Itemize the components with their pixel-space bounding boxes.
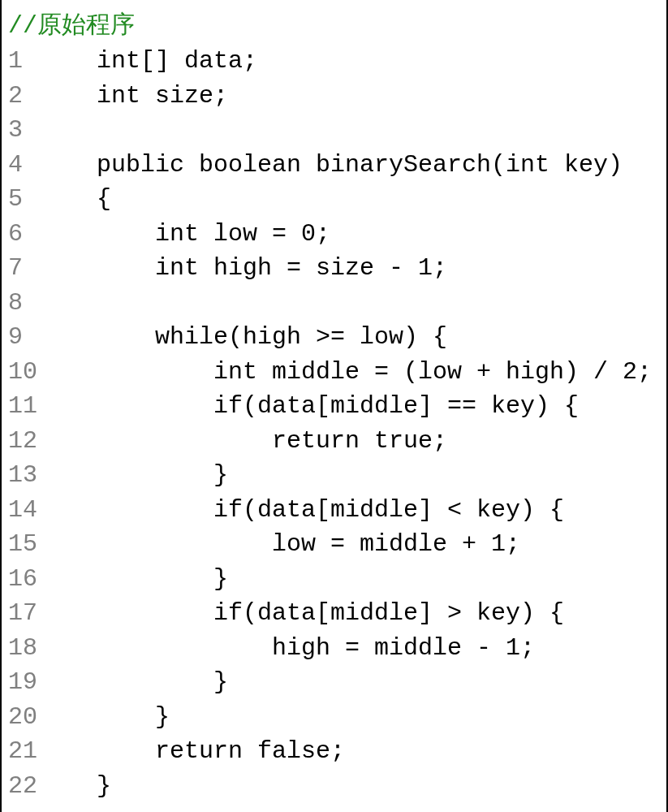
code-content: }	[53, 459, 228, 492]
code-content: low = middle + 1;	[53, 528, 520, 561]
code-line: 5 {	[8, 183, 660, 216]
line-number: 22	[8, 770, 53, 803]
code-content: if(data[middle] == key) {	[53, 390, 579, 423]
line-number: 8	[8, 287, 53, 320]
code-content: }	[53, 770, 111, 803]
code-line: 17 if(data[middle] > key) {	[8, 597, 660, 630]
code-content: int middle = (low + high) / 2;	[53, 356, 652, 389]
code-content: if(data[middle] < key) {	[53, 494, 564, 527]
line-number: 4	[8, 149, 53, 182]
line-number: 7	[8, 252, 53, 285]
code-content: }	[53, 701, 170, 734]
line-number: 12	[8, 425, 53, 458]
line-number: 1	[8, 45, 53, 78]
code-content: int[] data;	[53, 45, 257, 78]
line-number: 11	[8, 390, 53, 423]
code-content: {	[53, 183, 111, 216]
line-number: 21	[8, 735, 53, 768]
code-line: 15 low = middle + 1;	[8, 528, 660, 561]
line-number: 14	[8, 494, 53, 527]
code-content: int size;	[53, 80, 228, 113]
line-number: 3	[8, 114, 53, 147]
code-line: 21 return false;	[8, 735, 660, 768]
line-number: 5	[8, 183, 53, 216]
comment-line: //原始程序	[8, 8, 660, 41]
code-content: high = middle - 1;	[53, 632, 535, 665]
code-content: }	[53, 563, 228, 596]
code-line: 4 public boolean binarySearch(int key)	[8, 149, 660, 182]
code-content: }	[53, 666, 228, 699]
code-line: 16 }	[8, 563, 660, 596]
code-line: 1 int[] data;	[8, 45, 660, 78]
code-listing: 1 int[] data;2 int size;34 public boolea…	[8, 45, 660, 802]
code-line: 2 int size;	[8, 80, 660, 113]
line-number: 16	[8, 563, 53, 596]
line-number: 2	[8, 80, 53, 113]
line-number: 13	[8, 459, 53, 492]
code-content: int high = size - 1;	[53, 252, 447, 285]
line-number: 17	[8, 597, 53, 630]
code-line: 12 return true;	[8, 425, 660, 458]
code-line: 19 }	[8, 666, 660, 699]
line-number: 18	[8, 632, 53, 665]
code-content: return true;	[53, 425, 447, 458]
code-content: return false;	[53, 735, 345, 768]
code-line: 13 }	[8, 459, 660, 492]
code-line: 7 int high = size - 1;	[8, 252, 660, 285]
code-line: 22 }	[8, 770, 660, 803]
line-number: 9	[8, 321, 53, 354]
code-content: while(high >= low) {	[53, 321, 447, 354]
code-line: 3	[8, 114, 660, 147]
code-line: 20 }	[8, 701, 660, 734]
code-line: 18 high = middle - 1;	[8, 632, 660, 665]
code-content: if(data[middle] > key) {	[53, 597, 564, 630]
line-number: 6	[8, 218, 53, 251]
line-number: 10	[8, 356, 53, 389]
code-line: 11 if(data[middle] == key) {	[8, 390, 660, 423]
code-container: //原始程序 1 int[] data;2 int size;34 public…	[0, 0, 668, 812]
code-line: 9 while(high >= low) {	[8, 321, 660, 354]
line-number: 15	[8, 528, 53, 561]
code-line: 6 int low = 0;	[8, 218, 660, 251]
line-number: 19	[8, 666, 53, 699]
code-content: int low = 0;	[53, 218, 330, 251]
code-line: 14 if(data[middle] < key) {	[8, 494, 660, 527]
code-content: public boolean binarySearch(int key)	[53, 149, 623, 182]
line-number: 20	[8, 701, 53, 734]
code-line: 10 int middle = (low + high) / 2;	[8, 356, 660, 389]
code-line: 8	[8, 287, 660, 320]
